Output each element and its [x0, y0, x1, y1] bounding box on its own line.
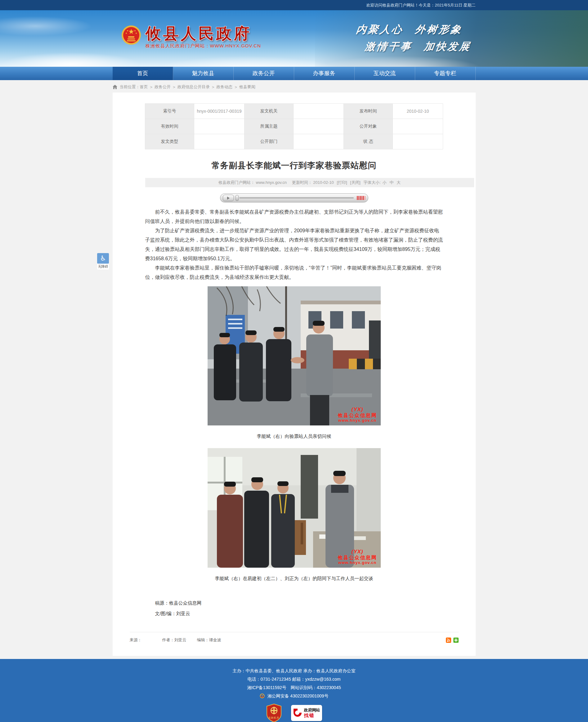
article-meta-bar: 攸县政府门户网站： www.hnyx.gov.cn 更新时间： 2010-02-…	[145, 178, 474, 187]
accessibility-label: 无障碍	[97, 264, 109, 269]
document-info-table: 索引号 hnyx-0001/2017-00319 发文机关 发布时间 2010-…	[145, 103, 443, 149]
footer-police-line[interactable]: 湘公网安备 43022302001009号	[267, 694, 328, 698]
breadcrumb-gov-open[interactable]: 政务公开	[154, 84, 171, 90]
field-value	[294, 104, 344, 119]
party-gov-badge[interactable]: 党政机关	[266, 704, 282, 722]
field-value	[194, 134, 245, 149]
audio-slider-thumb[interactable]	[235, 195, 238, 201]
site-header: 攸县人民政府 株洲攸县人民政府门户网站：WWW.HNYX.GOV.CN 内聚人心…	[0, 10, 588, 67]
footer-organizer-line: 主办：中共攸县县委、攸县人民政府 承办：攸县人民政府办公室	[0, 668, 588, 674]
breadcrumb-county-news[interactable]: 攸县要闻	[239, 84, 255, 90]
national-emblem-icon	[121, 25, 141, 46]
close-button[interactable]: [关闭]	[350, 180, 360, 185]
footer-icp-line[interactable]: 湘ICP备13011592号 网站识别码：4302230045	[0, 685, 588, 690]
nav-item-topics[interactable]: 专题专栏	[415, 67, 476, 80]
breadcrumb-prefix: 当前位置：	[120, 84, 140, 90]
badge-site-text-2: 找错	[304, 713, 320, 718]
field-label: 公开对象	[344, 119, 393, 134]
breadcrumb: 当前位置： 首页 > 政务公开 > 政府信息公开目录 > 政务动态 > 攸县要闻	[113, 80, 476, 93]
field-label: 有效时间	[145, 119, 194, 134]
rss-share-icon[interactable]	[446, 638, 451, 643]
field-value	[393, 119, 443, 134]
field-label: 所属主题	[245, 119, 294, 134]
field-value: hnyx-0001/2017-00319	[194, 104, 245, 119]
photo-1-caption: 李能斌（右）向验票站人员亲切问候	[113, 434, 476, 439]
breadcrumb-gov-news[interactable]: 政务动态	[216, 84, 232, 90]
play-icon	[227, 197, 230, 200]
nav-item-services[interactable]: 办事服务	[294, 67, 355, 80]
field-label: 公开部门	[245, 134, 294, 149]
field-value	[393, 134, 443, 149]
site-subtitle: 株洲攸县人民政府门户网站：WWW.HNYX.GOV.CN	[146, 43, 261, 49]
top-bar: 欢迎访问攸县政府门户网站！今天是：2021年5月11日 星期二	[0, 0, 588, 10]
accessibility-widget[interactable]: ♿ 无障碍	[97, 253, 109, 269]
article-photo-1: (YX) 攸县公众信息网 www.hnyx.gov.cn	[208, 286, 381, 425]
badge-site-text-1: 政府网站	[304, 708, 320, 713]
fontsize-small-button[interactable]: 小	[383, 180, 386, 185]
meta-info: 攸县政府门户网站： www.hnyx.gov.cn 更新时间： 2010-02-…	[218, 180, 334, 185]
slogan-line-2: 激情干事 加快发展	[364, 40, 471, 54]
bottom-author: 作者：刘亚云	[162, 637, 187, 643]
paragraph: 为了防止矿产资源税费流失，进一步规范矿产资源产业的管理，2009年李家巷验票站重…	[145, 226, 443, 263]
breadcrumb-home[interactable]: 首页	[140, 84, 148, 90]
photo-watermark: (YX) 攸县公众信息网 www.hnyx.gov.cn	[338, 549, 377, 565]
photo-2-caption: 李能斌（右）在易建初（左二）、刘正为（左）的陪同下与工作人员一起交谈	[113, 576, 476, 582]
site-title: 攸县人民政府	[146, 25, 261, 42]
site-footer: 主办：中共攸县县委、攸县人民政府 承办：攸县人民政府办公室 电话：0731-24…	[0, 659, 588, 722]
party-badge-label: 党政机关	[266, 716, 282, 720]
field-label: 发文类型	[145, 134, 194, 149]
table-row: 索引号 hnyx-0001/2017-00319 发文机关 发布时间 2010-…	[145, 104, 443, 119]
main-nav: 首页 魅力攸县 政务公开 办事服务 互动交流 专题专栏	[0, 67, 588, 80]
header-slogan: 内聚人心 外树形象 激情干事 加快发展	[356, 23, 471, 54]
welcome-text: 欢迎访问攸县政府门户网站！今天是：2021年5月11日 星期二	[113, 0, 476, 10]
field-value	[294, 134, 344, 149]
field-value	[194, 119, 245, 134]
nav-item-interaction[interactable]: 互动交流	[355, 67, 415, 80]
error-report-logo-icon	[293, 708, 302, 718]
audio-slider-track[interactable]	[239, 198, 354, 198]
field-value: 2010-02-10	[393, 104, 443, 119]
photo-watermark: (YX) 攸县公众信息网 www.hnyx.gov.cn	[338, 406, 377, 423]
fontsize-medium-button[interactable]: 中	[390, 180, 394, 185]
nav-item-gov-affairs[interactable]: 政务公开	[234, 67, 294, 80]
field-value	[294, 119, 344, 134]
field-label: 发文机关	[245, 104, 294, 119]
paragraph: 前不久，攸县县委常委、常务副县长李能斌在县矿产资源税费办主任易建初、支部书记刘正…	[145, 207, 443, 226]
more-share-icon[interactable]	[453, 638, 459, 643]
audio-player[interactable]	[220, 194, 368, 202]
bottom-editor: 编辑：谭金波	[197, 637, 221, 643]
article-card: 索引号 hnyx-0001/2017-00319 发文机关 发布时间 2010-…	[113, 93, 476, 656]
article-editor-line: 文/图/编：刘亚云	[155, 608, 443, 619]
article-footer-meta: 来源： 作者：刘亚云 编辑：谭金波	[130, 632, 459, 643]
table-row: 有效时间 所属主题 公开对象	[145, 119, 443, 134]
site-error-report-badge[interactable]: 政府网站 找错	[291, 705, 322, 721]
article-photo-2: (YX) 攸县公众信息网 www.hnyx.gov.cn	[208, 448, 381, 568]
field-label: 索引号	[145, 104, 194, 119]
paragraph: 李能斌在李家巷验票站里，握住验票站干部的手嘘寒问暖，亲切地说，“辛苦了！”同时，…	[145, 263, 443, 282]
nav-item-charm[interactable]: 魅力攸县	[173, 67, 234, 80]
table-row: 发文类型 公开部门 状 态	[145, 134, 443, 149]
slogan-line-1: 内聚人心 外树形象	[355, 23, 471, 37]
field-label: 发布时间	[344, 104, 393, 119]
bottom-source: 来源：	[130, 637, 142, 643]
wheelchair-icon[interactable]: ♿	[97, 253, 109, 264]
field-label: 状 态	[344, 134, 393, 149]
article-body: 前不久，攸县县委常委、常务副县长李能斌在县矿产资源税费办主任易建初、支部书记刘正…	[145, 207, 443, 282]
play-button[interactable]	[223, 195, 234, 201]
footer-contact-line: 电话：0731-24712345 邮箱：yxdzzw@163.com	[0, 677, 588, 682]
fontsize-label: 字体大小:	[363, 180, 381, 185]
site-brand[interactable]: 攸县人民政府 株洲攸县人民政府门户网站：WWW.HNYX.GOV.CN	[121, 25, 261, 49]
article-source-line: 稿源：攸县公众信息网	[155, 598, 443, 608]
print-button[interactable]: [打印]	[337, 180, 347, 185]
volume-bars-icon	[357, 196, 365, 200]
home-icon	[113, 85, 117, 89]
fontsize-large-button[interactable]: 大	[397, 180, 401, 185]
police-badge-icon	[260, 694, 266, 699]
breadcrumb-info-catalog[interactable]: 政府信息公开目录	[177, 84, 210, 90]
page-title: 常务副县长李能斌一行到李家巷验票站慰问	[113, 160, 476, 171]
nav-item-home[interactable]: 首页	[113, 67, 173, 80]
